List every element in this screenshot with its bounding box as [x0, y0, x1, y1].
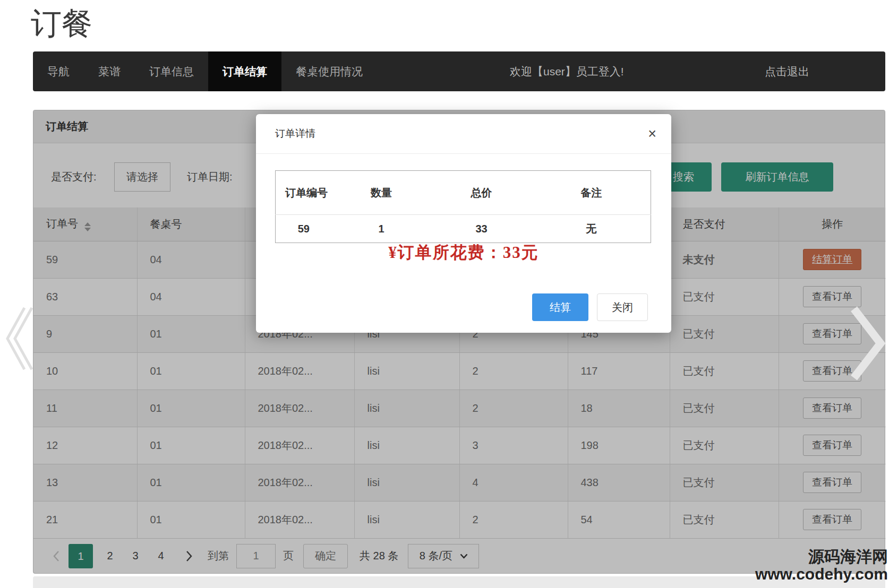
detail-value-0: 59: [276, 215, 332, 243]
carousel-prev-icon[interactable]: [2, 304, 36, 376]
nav-tab-3[interactable]: 订单结算: [208, 51, 281, 91]
modal-header: 订单详情 ×: [256, 114, 671, 154]
nav-tab-4[interactable]: 餐桌使用情况: [281, 51, 377, 91]
settle-button[interactable]: 结算: [532, 293, 588, 321]
watermark: 源码海洋网 www.codehy.com: [755, 548, 888, 583]
detail-column-3: 备注: [532, 171, 651, 215]
order-detail-modal: 订单详情 × 订单编号数量总价备注 59133无 ¥订单所花费：33元 结算 关…: [256, 114, 671, 333]
watermark-line1: 源码海洋网: [755, 548, 888, 565]
top-navbar: 导航菜谱订单信息订单结算餐桌使用情况 欢迎【user】员工登入! 点击退出: [33, 51, 885, 91]
nav-tab-1[interactable]: 菜谱: [84, 51, 135, 91]
watermark-line2: www.codehy.com: [755, 565, 888, 583]
logout-button[interactable]: 点击退出: [747, 51, 827, 91]
detail-value-2: 33: [431, 215, 532, 243]
nav-tab-2[interactable]: 订单信息: [135, 51, 208, 91]
close-icon[interactable]: ×: [648, 114, 656, 153]
detail-table-row: 59133无: [276, 215, 651, 243]
detail-column-1: 数量: [332, 171, 431, 215]
detail-value-1: 1: [332, 215, 431, 243]
detail-table-header-row: 订单编号数量总价备注: [276, 171, 651, 215]
nav-tab-0[interactable]: 导航: [33, 51, 84, 91]
modal-title: 订单详情: [275, 114, 315, 153]
page-title: 订餐: [31, 3, 92, 45]
order-detail-table: 订单编号数量总价备注 59133无: [275, 170, 651, 243]
close-button[interactable]: 关闭: [597, 293, 648, 321]
detail-value-3: 无: [532, 215, 651, 243]
order-total-text: ¥订单所花费：33元: [256, 241, 671, 264]
detail-column-0: 订单编号: [276, 171, 332, 215]
detail-column-2: 总价: [431, 171, 532, 215]
carousel-next-icon[interactable]: [847, 304, 889, 385]
welcome-text: 欢迎【user】员工登入!: [510, 51, 624, 91]
